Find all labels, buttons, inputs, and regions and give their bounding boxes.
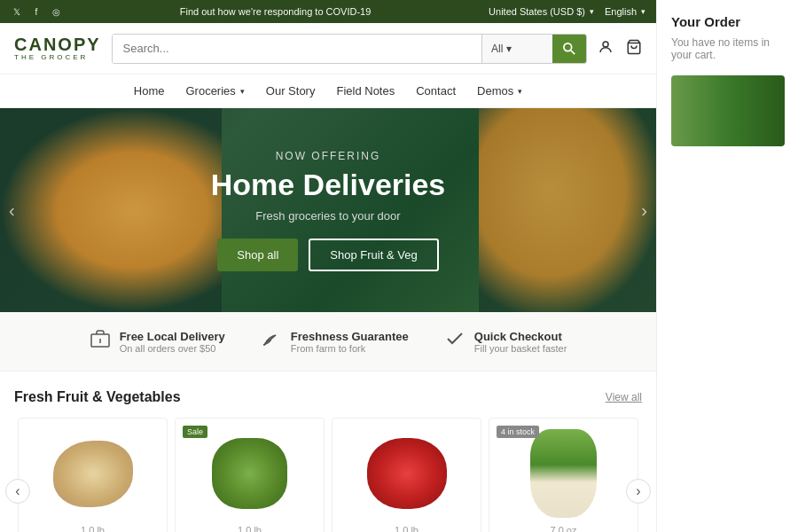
feature-delivery: Free Local Delivery On all orders over $… bbox=[90, 328, 225, 355]
apples-visual bbox=[367, 438, 447, 509]
logo-sub: THE GROCER bbox=[14, 53, 101, 61]
nav-field-notes[interactable]: Field Notes bbox=[336, 84, 395, 98]
product-weight-apples: 1.0 lb bbox=[343, 525, 470, 532]
hero-next-button[interactable]: › bbox=[641, 200, 647, 221]
covid-notice[interactable]: Find out how we're responding to COVID-1… bbox=[62, 6, 489, 17]
hero-title: Home Deliveries bbox=[211, 168, 446, 202]
feature-freshness-sub: From farm to fork bbox=[291, 343, 409, 354]
search-input[interactable] bbox=[113, 35, 481, 63]
product-weight-fennel: 7.0 oz bbox=[500, 525, 627, 532]
top-bar: 𝕏 f ◎ Find out how we're responding to C… bbox=[0, 0, 656, 23]
feature-checkout-title: Quick Checkout bbox=[474, 330, 567, 343]
cart-empty-message: You have no items in your cart. bbox=[671, 36, 784, 61]
header: CANOPY THE GROCER All ▾ bbox=[0, 23, 656, 74]
product-card-fennel[interactable]: 4 in stock 7.0 oz Fennel Bulb bbox=[489, 418, 638, 532]
locale-selectors: United States (USD $) English bbox=[489, 6, 645, 17]
product-badge-brussels: Sale bbox=[183, 426, 207, 438]
nav-contact[interactable]: Contact bbox=[416, 84, 456, 98]
feature-delivery-title: Free Local Delivery bbox=[120, 330, 225, 343]
social-links: 𝕏 f ◎ bbox=[11, 5, 62, 18]
sidebar-cart: Your Order You have no items in your car… bbox=[656, 0, 798, 532]
brussels-visual bbox=[212, 438, 287, 509]
product-weight-potatoes: 1.0 lb bbox=[29, 525, 156, 532]
leaf-icon bbox=[261, 328, 282, 355]
svg-point-0 bbox=[564, 43, 572, 51]
shop-fruit-button[interactable]: Shop Fruit & Veg bbox=[309, 239, 438, 271]
nav-demos[interactable]: Demos bbox=[477, 84, 522, 98]
hero-oranges-left bbox=[0, 108, 222, 312]
asparagus-visual bbox=[671, 75, 785, 146]
feature-freshness-title: Freshness Guarantee bbox=[291, 330, 409, 343]
feature-checkout: Quick Checkout Fill your basket faster bbox=[444, 328, 567, 355]
hero-prev-button[interactable]: ‹ bbox=[9, 200, 15, 221]
language-selector[interactable]: English bbox=[605, 6, 645, 17]
view-all-link[interactable]: View all bbox=[606, 391, 642, 403]
search-icon bbox=[563, 43, 575, 55]
main-nav: Home Groceries Our Story Field Notes Con… bbox=[0, 74, 656, 108]
nav-groceries[interactable]: Groceries bbox=[185, 84, 244, 98]
product-card-potatoes[interactable]: 1.0 lb New Potatoes bbox=[18, 418, 168, 532]
feature-freshness: Freshness Guarantee From farm to fork bbox=[261, 328, 409, 355]
hero-oranges-right bbox=[479, 108, 656, 312]
potato-visual bbox=[53, 441, 133, 507]
product-weight-brussels: 1.0 lb bbox=[186, 525, 313, 532]
fennel-visual bbox=[530, 429, 597, 518]
cart-title: Your Order bbox=[671, 14, 784, 29]
feature-checkout-text: Quick Checkout Fill your basket faster bbox=[474, 330, 567, 354]
logo[interactable]: CANOPY THE GROCER bbox=[14, 35, 101, 61]
facebook-icon[interactable]: f bbox=[30, 5, 43, 18]
products-section: Fresh Fruit & Vegetables View all ‹ 1.0 … bbox=[0, 372, 656, 532]
product-image-potatoes bbox=[49, 429, 137, 518]
feature-delivery-text: Free Local Delivery On all orders over $… bbox=[120, 330, 225, 354]
product-badge-fennel: 4 in stock bbox=[497, 426, 539, 438]
account-icon[interactable] bbox=[598, 39, 614, 59]
check-icon bbox=[444, 328, 466, 355]
logo-name: CANOPY bbox=[14, 35, 101, 53]
cart-icon[interactable] bbox=[626, 39, 642, 59]
search-button[interactable] bbox=[552, 35, 586, 63]
product-image-fennel bbox=[520, 429, 608, 518]
hero-description: Fresh groceries to your door bbox=[211, 209, 446, 223]
box-icon bbox=[90, 328, 111, 355]
product-card-apples[interactable]: 1.0 lb Organic Apples bbox=[332, 418, 481, 532]
instagram-icon[interactable]: ◎ bbox=[50, 5, 62, 18]
twitter-icon[interactable]: 𝕏 bbox=[11, 5, 23, 18]
hero-content: NOW OFFERING Home Deliveries Fresh groce… bbox=[211, 150, 446, 271]
product-image-brussels bbox=[206, 429, 294, 518]
nav-our-story[interactable]: Our Story bbox=[266, 84, 316, 98]
feature-delivery-sub: On all orders over $50 bbox=[120, 343, 225, 354]
feature-freshness-text: Freshness Guarantee From farm to fork bbox=[291, 330, 409, 354]
header-icons bbox=[598, 39, 642, 59]
nav-home[interactable]: Home bbox=[134, 84, 165, 98]
chevron-down-icon: ▾ bbox=[506, 43, 512, 55]
main-content: 𝕏 f ◎ Find out how we're responding to C… bbox=[0, 0, 656, 532]
products-next-button[interactable]: › bbox=[626, 479, 651, 504]
cart-promo-image bbox=[671, 75, 785, 146]
shop-all-button[interactable]: Shop all bbox=[217, 239, 298, 271]
feature-checkout-sub: Fill your basket faster bbox=[474, 343, 567, 354]
svg-line-1 bbox=[571, 50, 575, 53]
products-row: ‹ 1.0 lb New Potatoes Sale 1.0 lb Brusse… bbox=[14, 418, 642, 532]
hero-buttons: Shop all Shop Fruit & Veg bbox=[211, 239, 446, 271]
hero-subtitle: NOW OFFERING bbox=[211, 150, 446, 162]
features-bar: Free Local Delivery On all orders over $… bbox=[0, 312, 656, 372]
search-bar: All ▾ bbox=[112, 34, 587, 64]
product-card-brussels[interactable]: Sale 1.0 lb Brussel Sprouts bbox=[175, 418, 325, 532]
product-image-apples bbox=[363, 429, 451, 518]
hero-banner: ‹ NOW OFFERING Home Deliveries Fresh gro… bbox=[0, 108, 656, 312]
category-dropdown[interactable]: All ▾ bbox=[481, 35, 552, 63]
region-selector[interactable]: United States (USD $) bbox=[489, 6, 594, 17]
section-title: Fresh Fruit & Vegetables bbox=[14, 389, 181, 405]
svg-point-2 bbox=[603, 42, 608, 47]
products-prev-button[interactable]: ‹ bbox=[5, 479, 30, 504]
section-header: Fresh Fruit & Vegetables View all bbox=[14, 389, 642, 405]
